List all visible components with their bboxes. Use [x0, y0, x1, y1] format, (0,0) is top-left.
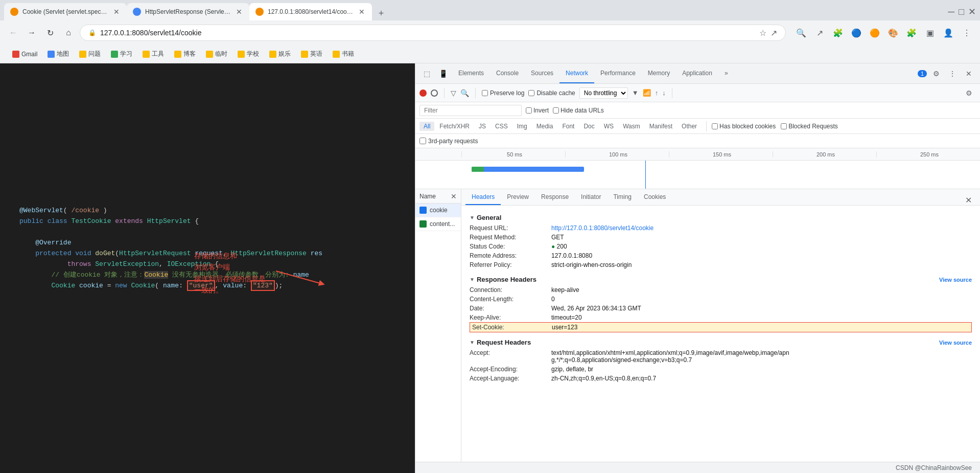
puzzle-icon[interactable]: 🧩: [904, 26, 919, 40]
bookmark-shujing[interactable]: 书籍: [329, 48, 358, 60]
filter-ws[interactable]: WS: [600, 122, 618, 131]
tab-elements[interactable]: Elements: [452, 63, 490, 83]
devtools-close-icon[interactable]: ✕: [962, 66, 976, 81]
tab-3[interactable]: 127.0.0.1:8080/servlet14/cook... ✕: [249, 3, 372, 20]
home-button[interactable]: ⌂: [61, 26, 76, 40]
share-icon[interactable]: ↗: [812, 26, 827, 40]
reload-button[interactable]: ↻: [43, 26, 57, 40]
devtools-device-icon[interactable]: 📱: [436, 66, 450, 81]
filter-img[interactable]: Img: [513, 122, 531, 131]
tab-network[interactable]: Network: [559, 63, 594, 83]
blocked-cookies-checkbox[interactable]: Has blocked cookies: [712, 123, 776, 130]
close-window-button[interactable]: ✕: [968, 6, 976, 17]
sharing-icon[interactable]: ↗: [771, 28, 777, 38]
network-settings-icon[interactable]: ⚙: [962, 86, 976, 100]
filter-doc[interactable]: Doc: [579, 122, 598, 131]
back-button[interactable]: ←: [6, 26, 20, 40]
disable-cache-checkbox[interactable]: Disable cache: [528, 89, 575, 97]
menu-icon[interactable]: ⋮: [960, 26, 974, 40]
extension-icon-1[interactable]: 🧩: [831, 26, 845, 40]
bookmark-maps[interactable]: 地图: [43, 48, 73, 60]
tab-headers[interactable]: Headers: [465, 189, 501, 205]
tab-console[interactable]: Console: [490, 63, 525, 83]
tab-1[interactable]: Cookie (Servlet {servlet.spec.v... ✕: [4, 3, 127, 20]
tab-3-close[interactable]: ✕: [358, 8, 366, 16]
bookmark-xuexiao[interactable]: 学校: [234, 48, 263, 60]
preserve-log-checkbox[interactable]: Preserve log: [482, 89, 524, 97]
tab-preview[interactable]: Preview: [501, 189, 535, 205]
request-cookie[interactable]: cookie: [415, 204, 461, 217]
close-request-panel[interactable]: ✕: [451, 192, 457, 200]
devtools-settings-icon[interactable]: ⚙: [929, 66, 943, 81]
request-content[interactable]: content...: [415, 217, 461, 231]
tab-performance[interactable]: Performance: [594, 63, 642, 83]
request-method-value: GET: [551, 234, 564, 241]
filter-divider: [706, 121, 707, 131]
tab-timing[interactable]: Timing: [607, 189, 638, 205]
tab-sources[interactable]: Sources: [525, 63, 559, 83]
tab-initiator[interactable]: Initiator: [575, 189, 607, 205]
throttling-select[interactable]: No throttling Fast 3G Slow 3G Offline: [579, 87, 628, 99]
tab-cookies[interactable]: Cookies: [638, 189, 672, 205]
filter-wasm[interactable]: Wasm: [619, 122, 644, 131]
filter-js[interactable]: JS: [475, 122, 490, 131]
address-text[interactable]: 127.0.0.1:8080/servlet14/cookie: [100, 29, 755, 37]
bookmark-yule[interactable]: 娱乐: [265, 48, 295, 60]
filter-css[interactable]: CSS: [491, 122, 512, 131]
profile-icon[interactable]: 👤: [941, 26, 955, 40]
filter-other[interactable]: Other: [678, 122, 701, 131]
filter-all[interactable]: All: [419, 122, 434, 131]
bookmark-linshi[interactable]: 临时: [202, 48, 231, 60]
forward-button[interactable]: →: [25, 26, 39, 40]
tab-2-title: HttpServletResponse (Servlet...: [145, 8, 231, 15]
side-panel-icon[interactable]: ▣: [923, 26, 937, 40]
request-url-value[interactable]: http://127.0.0.1:8080/servlet14/cookie: [551, 224, 654, 232]
clear-button[interactable]: [431, 89, 438, 97]
bookmark-xuexi[interactable]: 学习: [107, 48, 136, 60]
invert-checkbox[interactable]: Invert: [526, 107, 549, 114]
tab-more[interactable]: »: [718, 63, 734, 83]
request-headers-view-source[interactable]: View source: [939, 340, 972, 346]
hide-data-urls-checkbox[interactable]: Hide data URLs: [553, 107, 604, 114]
extension-icon-3[interactable]: 🟠: [868, 26, 882, 40]
request-method-row: Request Method: GET: [470, 233, 972, 242]
extension-icon-4[interactable]: 🎨: [886, 26, 900, 40]
minimize-button[interactable]: ─: [948, 7, 954, 17]
search-icon[interactable]: 🔍: [460, 89, 469, 97]
tab-response[interactable]: Response: [535, 189, 575, 205]
third-party-checkbox[interactable]: 3rd-party requests: [419, 138, 478, 145]
response-headers-view-source[interactable]: View source: [939, 277, 972, 283]
tab-2-close[interactable]: ✕: [235, 8, 243, 16]
bookmark-gongju[interactable]: 工具: [138, 48, 168, 60]
bookmark-yingyu[interactable]: 英语: [297, 48, 326, 60]
filter-media[interactable]: Media: [532, 122, 557, 131]
details-close-button[interactable]: ✕: [961, 195, 976, 205]
search-labs-icon[interactable]: 🔍: [794, 26, 808, 40]
tab-1-close[interactable]: ✕: [112, 8, 121, 16]
filter-input[interactable]: [419, 105, 522, 116]
devtools-more-icon[interactable]: ⋮: [945, 66, 960, 81]
wifi-icon[interactable]: 📶: [643, 89, 651, 97]
filter-icon[interactable]: ▽: [451, 89, 456, 97]
blocked-requests-checkbox[interactable]: Blocked Requests: [781, 123, 838, 130]
maximize-button[interactable]: □: [959, 7, 964, 17]
upload-icon[interactable]: ↑: [655, 89, 659, 97]
filter-manifest[interactable]: Manifest: [645, 122, 676, 131]
new-tab-button[interactable]: +: [374, 6, 388, 20]
tab-memory[interactable]: Memory: [642, 63, 676, 83]
bookmark-wenti[interactable]: 问题: [75, 48, 105, 60]
bookmark-star-icon[interactable]: ☆: [759, 28, 766, 38]
tab-application[interactable]: Application: [676, 63, 718, 83]
download-icon[interactable]: ↓: [662, 89, 666, 97]
throttling-arrow[interactable]: ▼: [632, 89, 639, 97]
devtools-inspect-icon[interactable]: ⬚: [419, 66, 434, 81]
address-input-wrap: 🔒 127.0.0.1:8080/servlet14/cookie ☆ ↗: [80, 25, 786, 41]
tab-2[interactable]: HttpServletResponse (Servlet... ✕: [127, 3, 249, 20]
bookmark-boke[interactable]: 博客: [170, 48, 200, 60]
filter-fetch-xhr[interactable]: Fetch/XHR: [435, 122, 474, 131]
browser-frame: Cookie (Servlet {servlet.spec.v... ✕ Htt…: [0, 0, 980, 473]
filter-font[interactable]: Font: [558, 122, 578, 131]
bookmark-gmail[interactable]: Gmail: [8, 49, 41, 60]
record-button[interactable]: [419, 89, 427, 97]
extension-icon-2[interactable]: 🔵: [849, 26, 864, 40]
